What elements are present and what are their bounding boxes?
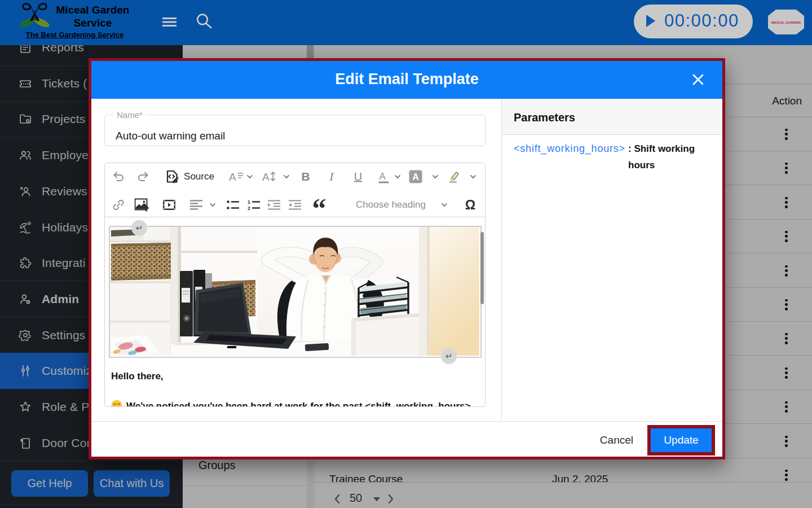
- svg-text:A: A: [412, 172, 419, 182]
- svg-text:2: 2: [248, 205, 250, 211]
- svg-text:1: 1: [248, 199, 250, 205]
- svg-text:MICEAL GARDEN: MICEAL GARDEN: [771, 20, 801, 24]
- svg-text:A: A: [229, 171, 236, 182]
- svg-text:A: A: [379, 171, 386, 182]
- svg-text:A: A: [262, 171, 270, 183]
